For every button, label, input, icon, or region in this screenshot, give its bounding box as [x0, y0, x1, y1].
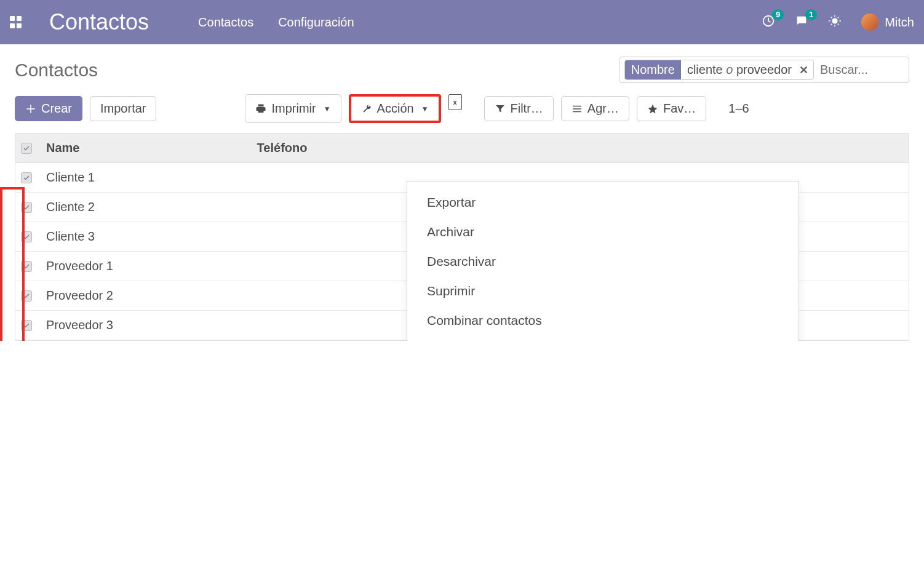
row-checkbox[interactable]: [21, 231, 32, 242]
col-phone[interactable]: Teléfono: [249, 134, 418, 163]
pager[interactable]: 1–6: [728, 102, 749, 116]
action-dropdown: ExportarArchivarDesarchivarSuprimirCombi…: [407, 181, 799, 341]
row-checkbox[interactable]: [21, 172, 32, 183]
close-icon[interactable]: ✕: [798, 63, 813, 77]
action-menu-item[interactable]: Archivar: [407, 217, 799, 247]
import-button[interactable]: Importar: [90, 96, 156, 121]
toolbar: Crear Importar Imprimir ▼ Acción ▼ x Fil…: [15, 94, 909, 123]
action-menu-item[interactable]: Suprimir: [407, 276, 799, 306]
print-button[interactable]: Imprimir ▼: [245, 94, 341, 123]
apps-icon[interactable]: [10, 16, 22, 28]
content-area: Contactos Nombre cliente o proveedor ✕ C…: [0, 44, 924, 341]
row-checkbox-cell: [15, 252, 38, 281]
row-checkbox[interactable]: [21, 261, 32, 272]
cell-name: Proveedor 3: [38, 311, 249, 340]
filters-button[interactable]: Filtr…: [484, 96, 554, 121]
chevron-down-icon: ▼: [324, 105, 331, 113]
avatar: [861, 14, 878, 31]
list-icon: [572, 103, 583, 114]
row-checkbox-cell: [15, 281, 38, 311]
row-checkbox[interactable]: [21, 202, 32, 213]
breadcrumb-row: Contactos Nombre cliente o proveedor ✕: [15, 57, 909, 83]
cell-name: Proveedor 1: [38, 252, 249, 281]
messages-icon[interactable]: 1: [795, 14, 808, 30]
debug-icon[interactable]: [828, 14, 842, 30]
nav-right: 9 1 Mitch: [762, 14, 914, 31]
printer-icon: [255, 103, 266, 114]
funnel-icon: [495, 103, 506, 114]
activity-icon[interactable]: 9: [762, 14, 775, 30]
cell-phone: [249, 193, 418, 222]
star-icon: [647, 103, 658, 114]
nav-menu: Contactos Configuración: [198, 15, 354, 30]
export-xlsx-icon[interactable]: x: [448, 94, 462, 110]
select-all-checkbox[interactable]: [21, 143, 32, 154]
svg-point-1: [832, 18, 838, 23]
cell-phone: [249, 252, 418, 281]
cell-phone: [249, 163, 418, 193]
search-tag-field: Nombre: [625, 60, 681, 79]
cell-phone: [249, 222, 418, 252]
messages-badge: 1: [805, 9, 817, 20]
search-filter-tag: Nombre cliente o proveedor ✕: [624, 60, 814, 80]
row-checkbox-cell: [15, 311, 38, 340]
action-menu-item[interactable]: Enviar correo electrónico: [407, 335, 799, 341]
search-input[interactable]: [818, 60, 904, 79]
page-title: Contactos: [15, 60, 98, 81]
nav-menu-configuracion[interactable]: Configuración: [278, 15, 354, 30]
action-button[interactable]: Acción ▼: [349, 94, 441, 123]
activity-badge: 9: [772, 9, 784, 20]
nav-menu-contactos[interactable]: Contactos: [198, 15, 253, 30]
top-navbar: Contactos Contactos Configuración 9 1 Mi…: [0, 0, 924, 44]
user-name: Mitch: [885, 15, 914, 30]
cell-name: Cliente 2: [38, 193, 249, 222]
favorites-button[interactable]: Fav…: [637, 96, 706, 121]
cell-name: Proveedor 2: [38, 281, 249, 311]
toolbar-right: Filtr… Agr… Fav…: [484, 96, 707, 121]
cell-name: Cliente 3: [38, 222, 249, 252]
action-menu-item[interactable]: Combinar contactos: [407, 306, 799, 335]
cell-phone: [249, 281, 418, 311]
chevron-down-icon: ▼: [421, 105, 429, 113]
search-tag-value: cliente o proveedor: [681, 60, 798, 79]
row-checkbox[interactable]: [21, 290, 32, 301]
row-checkbox-cell: [15, 222, 38, 252]
user-menu[interactable]: Mitch: [861, 14, 914, 31]
action-menu-item[interactable]: Desarchivar: [407, 247, 799, 276]
group-by-button[interactable]: Agr…: [561, 96, 629, 121]
app-title: Contactos: [49, 9, 149, 35]
cell-phone: [249, 311, 418, 340]
cell-name: Cliente 1: [38, 163, 249, 193]
row-checkbox-cell: [15, 193, 38, 222]
row-checkbox[interactable]: [21, 320, 32, 331]
select-all-cell: [15, 134, 38, 163]
action-menu-item[interactable]: Exportar: [407, 188, 799, 217]
wrench-icon: [361, 103, 372, 114]
row-checkbox-cell: [15, 163, 38, 193]
toolbar-mid: Imprimir ▼ Acción ▼ x: [245, 94, 461, 123]
create-button[interactable]: Crear: [15, 96, 82, 121]
plus-icon: [25, 103, 36, 114]
search-box[interactable]: Nombre cliente o proveedor ✕: [619, 57, 909, 83]
table-header-row: Name Teléfono: [15, 134, 909, 163]
col-name[interactable]: Name: [38, 134, 249, 163]
